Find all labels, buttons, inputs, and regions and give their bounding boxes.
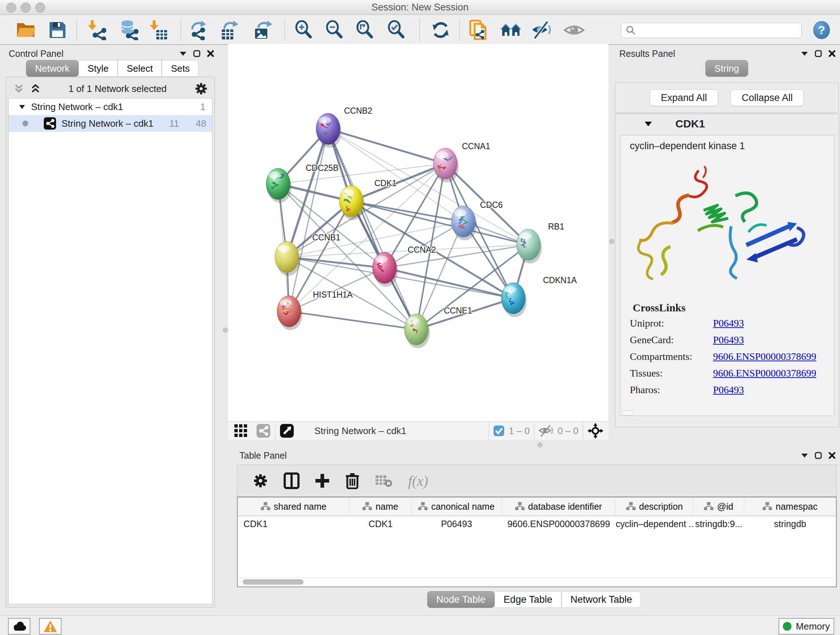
tree-row-network[interactable]: String Network – cdk1 11 48 (9, 115, 212, 132)
section-collapse-icon[interactable] (644, 121, 652, 127)
memory-button[interactable]: Memory (778, 618, 834, 635)
column-header[interactable]: namespac (744, 497, 836, 516)
refresh-icon[interactable] (430, 19, 451, 41)
import-network-icon[interactable] (88, 19, 109, 41)
hidden-eye-icon[interactable] (538, 424, 554, 437)
panel-close-icon[interactable] (829, 50, 836, 57)
toolbar-separator (180, 19, 181, 41)
crosslink-link[interactable]: P06493 (713, 318, 744, 334)
toolbar-separator (419, 19, 420, 41)
crosslink-label: Pharos: (621, 384, 713, 401)
zoom-in-icon[interactable] (294, 19, 315, 41)
crosslink-row: Tissues: 9606.ENSP00000378699 (621, 367, 834, 384)
zoom-out-icon[interactable] (325, 19, 346, 41)
panel-float-icon[interactable] (193, 50, 201, 57)
scrollbar-handle[interactable] (243, 579, 303, 585)
crosslink-link[interactable]: 9606.ENSP00000378699 (713, 367, 816, 384)
crosslink-link[interactable]: P06493 (713, 334, 744, 351)
column-header[interactable]: canonical name (411, 497, 502, 516)
attribute-icon (418, 502, 428, 511)
expand-all-chevron-icon[interactable] (30, 83, 41, 94)
delete-trash-icon[interactable] (345, 472, 360, 489)
table-horizontal-scrollbar[interactable] (238, 578, 836, 586)
show-columns-icon[interactable] (284, 472, 300, 489)
cell-database-identifier[interactable]: 9606.ENSP00000378699 (502, 519, 616, 529)
results-scrollbar-stub[interactable] (622, 410, 633, 416)
show-all-eye-icon[interactable] (564, 19, 584, 41)
search-text-field[interactable] (636, 25, 801, 36)
column-header[interactable]: database identifier (502, 497, 616, 516)
function-builder-icon[interactable]: f(x) (408, 472, 428, 489)
zoom-fit-icon[interactable] (355, 19, 376, 41)
panel-close-icon[interactable] (829, 452, 836, 459)
crosslink-row: Uniprot: P06493 (621, 318, 834, 334)
column-header[interactable]: name (350, 497, 411, 516)
tab-string[interactable]: String (706, 60, 748, 77)
export-network-icon[interactable] (188, 19, 210, 41)
right-splitter-handle[interactable] (609, 239, 614, 244)
cloud-button[interactable] (8, 618, 30, 635)
string-network-graph[interactable]: CCNB2CCNA1CDC25BCDK1CDC6RB1CCNB1CCNA2CDK… (228, 44, 608, 421)
collapse-all-chevron-icon[interactable] (13, 83, 24, 94)
table-row[interactable]: CDK1 CDK1 P06493 9606.ENSP00000378699 cy… (238, 516, 836, 532)
cell-name[interactable]: CDK1 (350, 519, 411, 529)
cell-shared-name[interactable]: CDK1 (238, 519, 350, 529)
selected-checkbox-icon[interactable] (493, 425, 504, 436)
import-network-from-database-icon[interactable] (119, 19, 140, 41)
expand-all-button[interactable]: Expand All (650, 89, 718, 106)
tab-style[interactable]: Style (79, 60, 118, 77)
table-gear-icon[interactable] (253, 473, 268, 489)
tab-edge-table[interactable]: Edge Table (494, 591, 561, 608)
tab-network[interactable]: Network (26, 60, 79, 77)
search-input[interactable] (621, 23, 802, 38)
tab-node-table[interactable]: Node Table (427, 591, 494, 608)
pan-crosshair-icon[interactable] (587, 423, 603, 439)
export-table-icon[interactable] (219, 19, 240, 41)
zoom-selected-icon[interactable] (386, 19, 407, 41)
cell-namespace[interactable]: stringdb (744, 519, 836, 529)
warnings-button[interactable] (39, 618, 62, 635)
import-table-icon[interactable] (148, 19, 169, 41)
column-header[interactable]: description (616, 497, 693, 516)
save-session-icon[interactable] (47, 19, 68, 41)
tree-row-collection[interactable]: String Network – cdk1 1 (9, 98, 212, 115)
copy-document-icon[interactable] (469, 19, 490, 41)
protein-name: CDK1 (676, 118, 705, 130)
crosslink-link[interactable]: 9606.ENSP00000378699 (713, 351, 816, 367)
home-houses-icon[interactable] (500, 19, 521, 41)
cell-canonical-name[interactable]: P06493 (411, 519, 502, 529)
column-header[interactable]: shared name (238, 497, 350, 516)
node-table: shared name name canonical name database… (237, 497, 837, 587)
options-gear-icon[interactable] (194, 82, 208, 96)
hide-selected-eye-icon[interactable] (531, 19, 552, 41)
crosslink-link[interactable]: P06493 (713, 384, 744, 401)
tree-expand-icon[interactable] (19, 104, 25, 109)
open-folder-icon[interactable] (16, 19, 36, 41)
column-header[interactable]: @id (693, 497, 744, 516)
export-image-icon[interactable] (253, 19, 273, 41)
cell-id[interactable]: stringdb:9... (693, 519, 744, 529)
left-splitter-handle[interactable] (223, 328, 228, 333)
add-column-icon[interactable] (315, 473, 330, 488)
panel-float-icon[interactable] (815, 50, 822, 57)
help-icon[interactable]: ? (813, 21, 830, 39)
tab-network-table[interactable]: Network Table (561, 591, 641, 608)
separator (489, 422, 489, 440)
panel-float-icon[interactable] (815, 452, 822, 459)
panel-menu-icon[interactable] (801, 453, 808, 458)
panel-close-icon[interactable] (207, 50, 214, 57)
cell-description[interactable]: cyclin–dependent ... (616, 519, 693, 529)
collapse-all-button[interactable]: Collapse All (730, 89, 804, 106)
grid-view-icon[interactable] (234, 424, 248, 438)
panel-menu-icon[interactable] (801, 51, 808, 56)
tab-select[interactable]: Select (118, 60, 162, 77)
network-view-share-icon[interactable] (256, 424, 271, 438)
panel-menu-icon[interactable] (180, 51, 187, 56)
horizontal-splitter-handle[interactable] (538, 442, 543, 448)
network-canvas[interactable]: CCNB2CCNA1CDC25BCDK1CDC6RB1CCNB1CCNA2CDK… (228, 44, 608, 421)
delete-table-icon[interactable] (375, 474, 393, 488)
separator (583, 422, 583, 440)
tab-sets[interactable]: Sets (162, 60, 199, 77)
protein-section-header[interactable]: CDK1 (615, 114, 839, 134)
birds-eye-view-icon[interactable] (279, 424, 294, 438)
